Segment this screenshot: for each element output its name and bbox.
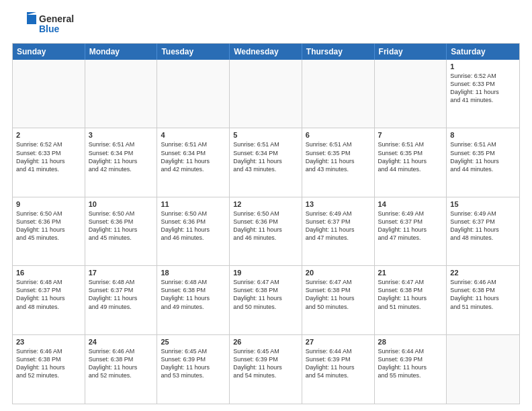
day-cell-23: 23Sunrise: 6:46 AM Sunset: 6:38 PM Dayli… [13, 335, 85, 404]
day-number: 23 [16, 338, 81, 346]
day-info: Sunrise: 6:46 AM Sunset: 6:38 PM Dayligh… [16, 347, 81, 380]
empty-cell-0-4 [302, 60, 375, 128]
empty-cell-0-1 [85, 60, 158, 128]
day-info: Sunrise: 6:45 AM Sunset: 6:39 PM Dayligh… [161, 347, 226, 380]
day-number: 13 [306, 200, 371, 208]
day-cell-14: 14Sunrise: 6:49 AM Sunset: 6:37 PM Dayli… [375, 197, 447, 265]
calendar-row-2: 9Sunrise: 6:50 AM Sunset: 6:36 PM Daylig… [13, 197, 519, 266]
logo: GeneralBlue [12, 12, 74, 36]
day-number: 12 [233, 200, 298, 208]
calendar-body: 1Sunrise: 6:52 AM Sunset: 6:33 PM Daylig… [13, 60, 519, 404]
day-cell-11: 11Sunrise: 6:50 AM Sunset: 6:36 PM Dayli… [157, 197, 230, 265]
day-info: Sunrise: 6:51 AM Sunset: 6:35 PM Dayligh… [306, 140, 371, 173]
calendar-row-3: 16Sunrise: 6:48 AM Sunset: 6:37 PM Dayli… [13, 266, 519, 334]
day-info: Sunrise: 6:48 AM Sunset: 6:37 PM Dayligh… [89, 278, 154, 311]
day-number: 28 [378, 338, 443, 346]
day-cell-9: 9Sunrise: 6:50 AM Sunset: 6:36 PM Daylig… [13, 197, 85, 265]
day-info: Sunrise: 6:49 AM Sunset: 6:37 PM Dayligh… [306, 210, 371, 242]
day-number: 8 [450, 131, 516, 139]
calendar-row-1: 2Sunrise: 6:52 AM Sunset: 6:33 PM Daylig… [13, 128, 519, 197]
logo-blue-text: Blue [39, 24, 74, 34]
day-cell-17: 17Sunrise: 6:48 AM Sunset: 6:37 PM Dayli… [85, 266, 158, 334]
empty-cell-0-3 [230, 60, 302, 128]
day-info: Sunrise: 6:52 AM Sunset: 6:33 PM Dayligh… [16, 140, 81, 173]
day-number: 19 [233, 269, 298, 277]
day-cell-13: 13Sunrise: 6:49 AM Sunset: 6:37 PM Dayli… [302, 197, 375, 265]
day-info: Sunrise: 6:50 AM Sunset: 6:36 PM Dayligh… [161, 210, 226, 242]
day-cell-21: 21Sunrise: 6:47 AM Sunset: 6:38 PM Dayli… [375, 266, 447, 334]
header-day-thursday: Thursday [302, 44, 375, 60]
day-number: 21 [378, 269, 443, 277]
day-cell-18: 18Sunrise: 6:48 AM Sunset: 6:38 PM Dayli… [157, 266, 230, 334]
day-info: Sunrise: 6:45 AM Sunset: 6:39 PM Dayligh… [233, 347, 298, 380]
day-number: 26 [233, 338, 298, 346]
day-info: Sunrise: 6:50 AM Sunset: 6:36 PM Dayligh… [16, 210, 81, 242]
day-info: Sunrise: 6:48 AM Sunset: 6:38 PM Dayligh… [161, 278, 226, 311]
svg-rect-0 [12, 12, 27, 36]
day-cell-10: 10Sunrise: 6:50 AM Sunset: 6:36 PM Dayli… [85, 197, 158, 265]
day-cell-24: 24Sunrise: 6:46 AM Sunset: 6:38 PM Dayli… [85, 335, 158, 404]
day-number: 9 [16, 200, 81, 208]
day-cell-6: 6Sunrise: 6:51 AM Sunset: 6:35 PM Daylig… [302, 128, 375, 196]
day-number: 1 [450, 62, 516, 71]
day-info: Sunrise: 6:44 AM Sunset: 6:39 PM Dayligh… [378, 347, 443, 380]
day-number: 22 [450, 269, 516, 277]
day-number: 27 [306, 338, 371, 346]
day-info: Sunrise: 6:52 AM Sunset: 6:33 PM Dayligh… [450, 72, 516, 105]
header-day-sunday: Sunday [13, 44, 85, 60]
day-info: Sunrise: 6:50 AM Sunset: 6:36 PM Dayligh… [233, 210, 298, 242]
day-cell-19: 19Sunrise: 6:47 AM Sunset: 6:38 PM Dayli… [230, 266, 302, 334]
day-cell-7: 7Sunrise: 6:51 AM Sunset: 6:35 PM Daylig… [375, 128, 447, 196]
day-info: Sunrise: 6:51 AM Sunset: 6:34 PM Dayligh… [233, 140, 298, 173]
day-info: Sunrise: 6:51 AM Sunset: 6:34 PM Dayligh… [89, 140, 154, 173]
header: GeneralBlue [12, 12, 520, 36]
day-info: Sunrise: 6:46 AM Sunset: 6:38 PM Dayligh… [89, 347, 154, 380]
day-number: 11 [161, 200, 226, 208]
page: GeneralBlue SundayMondayTuesdayWednesday… [0, 0, 532, 411]
day-info: Sunrise: 6:46 AM Sunset: 6:38 PM Dayligh… [450, 278, 516, 311]
day-cell-20: 20Sunrise: 6:47 AM Sunset: 6:38 PM Dayli… [302, 266, 375, 334]
day-number: 3 [89, 131, 154, 139]
day-number: 6 [306, 131, 371, 139]
calendar: SundayMondayTuesdayWednesdayThursdayFrid… [12, 43, 520, 404]
header-day-saturday: Saturday [447, 44, 519, 60]
day-number: 25 [161, 338, 226, 346]
day-number: 15 [450, 200, 516, 208]
header-day-tuesday: Tuesday [157, 44, 230, 60]
day-number: 2 [16, 131, 81, 139]
day-cell-27: 27Sunrise: 6:44 AM Sunset: 6:39 PM Dayli… [302, 335, 375, 404]
svg-marker-2 [27, 12, 36, 15]
empty-cell-4-6 [447, 335, 519, 404]
empty-cell-0-2 [157, 60, 230, 128]
header-day-monday: Monday [85, 44, 158, 60]
day-number: 20 [306, 269, 371, 277]
day-info: Sunrise: 6:47 AM Sunset: 6:38 PM Dayligh… [378, 278, 443, 311]
header-day-friday: Friday [375, 44, 447, 60]
day-cell-5: 5Sunrise: 6:51 AM Sunset: 6:34 PM Daylig… [230, 128, 302, 196]
day-cell-8: 8Sunrise: 6:51 AM Sunset: 6:35 PM Daylig… [447, 128, 519, 196]
day-info: Sunrise: 6:49 AM Sunset: 6:37 PM Dayligh… [378, 210, 443, 242]
day-number: 16 [16, 269, 81, 277]
day-number: 18 [161, 269, 226, 277]
day-info: Sunrise: 6:48 AM Sunset: 6:37 PM Dayligh… [16, 278, 81, 311]
day-info: Sunrise: 6:47 AM Sunset: 6:38 PM Dayligh… [306, 278, 371, 311]
day-info: Sunrise: 6:50 AM Sunset: 6:36 PM Dayligh… [89, 210, 154, 242]
logo-icon [12, 12, 36, 36]
day-info: Sunrise: 6:51 AM Sunset: 6:34 PM Dayligh… [161, 140, 226, 173]
day-cell-3: 3Sunrise: 6:51 AM Sunset: 6:34 PM Daylig… [85, 128, 158, 196]
day-info: Sunrise: 6:49 AM Sunset: 6:37 PM Dayligh… [450, 210, 516, 242]
day-number: 24 [89, 338, 154, 346]
day-number: 7 [378, 131, 443, 139]
logo-general-text: General [39, 14, 74, 24]
day-cell-25: 25Sunrise: 6:45 AM Sunset: 6:39 PM Dayli… [157, 335, 230, 404]
calendar-row-4: 23Sunrise: 6:46 AM Sunset: 6:38 PM Dayli… [13, 335, 519, 404]
day-cell-22: 22Sunrise: 6:46 AM Sunset: 6:38 PM Dayli… [447, 266, 519, 334]
day-info: Sunrise: 6:51 AM Sunset: 6:35 PM Dayligh… [450, 140, 516, 173]
day-cell-12: 12Sunrise: 6:50 AM Sunset: 6:36 PM Dayli… [230, 197, 302, 265]
day-cell-26: 26Sunrise: 6:45 AM Sunset: 6:39 PM Dayli… [230, 335, 302, 404]
svg-marker-1 [27, 15, 36, 24]
day-info: Sunrise: 6:44 AM Sunset: 6:39 PM Dayligh… [306, 347, 371, 380]
empty-cell-0-0 [13, 60, 85, 128]
day-cell-15: 15Sunrise: 6:49 AM Sunset: 6:37 PM Dayli… [447, 197, 519, 265]
day-info: Sunrise: 6:47 AM Sunset: 6:38 PM Dayligh… [233, 278, 298, 311]
